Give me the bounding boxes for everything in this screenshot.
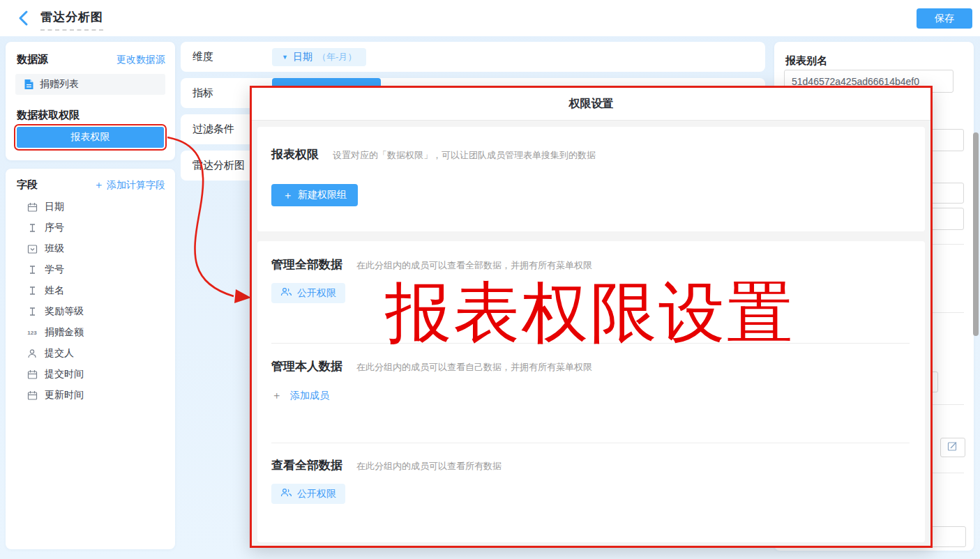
field-label: 学号	[45, 263, 64, 276]
fields-label: 字段	[17, 178, 38, 192]
modal-header: 权限设置	[252, 88, 930, 121]
field-item[interactable]: 123 捐赠金额	[6, 322, 175, 343]
add-calc-field-label: 添加计算字段	[107, 179, 165, 192]
people-icon	[280, 287, 292, 299]
report-permission-card: 报表权限 设置对应的「数据权限」，可以让团队成员管理表单搜集到的数据 ＋ 新建权…	[257, 127, 925, 231]
group-title: 查看全部数据	[271, 457, 342, 473]
field-item[interactable]: 提交人	[6, 343, 175, 364]
caret-down-icon: ▼	[282, 54, 288, 61]
report-permission-title: 报表权限	[271, 146, 319, 162]
field-label: 序号	[45, 222, 64, 234]
access-permission-label: 数据获取权限	[17, 109, 80, 122]
add-calc-field-link[interactable]: ＋ 添加计算字段	[93, 178, 165, 192]
field-label: 提交时间	[45, 368, 84, 381]
field-label: 日期	[45, 201, 64, 213]
add-member-label: 添加成员	[290, 390, 329, 402]
group-title: 管理全部数据	[271, 256, 342, 273]
field-item[interactable]: 学号	[6, 259, 175, 280]
public-permission-button[interactable]: 公开权限	[271, 484, 345, 504]
calendar-icon	[27, 390, 38, 401]
field-label: 班级	[45, 243, 64, 255]
calendar-icon	[27, 369, 38, 380]
dimension-tag-suffix: （年-月）	[317, 51, 356, 63]
datasource-label: 数据源	[17, 53, 48, 66]
field-item[interactable]: 奖励等级	[6, 301, 175, 322]
group-title: 管理本人数据	[271, 358, 342, 374]
calendar-icon	[27, 201, 38, 213]
pencil-icon	[947, 441, 958, 454]
metric-label: 指标	[193, 86, 213, 100]
text-icon	[27, 264, 38, 275]
modal-title: 权限设置	[569, 97, 614, 112]
group-desc: 在此分组内的成员可以查看自己数据，并拥有所有菜单权限	[356, 361, 592, 374]
text-icon	[27, 222, 38, 233]
select-icon	[27, 243, 38, 254]
new-permission-group-button[interactable]: ＋ 新建权限组	[271, 184, 358, 206]
add-member-link[interactable]: ＋ 添加成员	[271, 389, 329, 402]
field-item[interactable]: 日期	[6, 197, 175, 217]
field-label: 更新时间	[45, 389, 84, 401]
field-item[interactable]: 姓名	[6, 280, 175, 301]
people-icon	[280, 488, 292, 500]
datasource-item-label: 捐赠列表	[40, 78, 79, 91]
change-datasource-link[interactable]: 更改数据源	[116, 54, 165, 66]
scrollbar[interactable]	[973, 132, 979, 336]
divider	[271, 343, 910, 344]
text-icon	[27, 285, 38, 296]
public-permission-button[interactable]: 公开权限	[271, 283, 345, 303]
group-desc: 在此分组内的成员可以查看所有数据	[356, 460, 502, 473]
filter-label: 过滤条件	[193, 123, 234, 136]
fields-panel: 字段 ＋ 添加计算字段 日期 序号 班级 学号 姓名 奖励等级	[6, 169, 175, 549]
edit-button[interactable]	[940, 438, 965, 457]
group-desc: 在此分组内的成员可以查看全部数据，并拥有所有菜单权限	[356, 259, 592, 272]
field-label: 姓名	[45, 284, 64, 297]
plus-icon: ＋	[282, 189, 293, 202]
field-label: 提交人	[45, 347, 74, 360]
dimension-label: 维度	[193, 50, 213, 63]
report-permission-button[interactable]: 报表权限	[17, 127, 164, 148]
dimension-row: 维度 ▼ 日期 （年-月）	[181, 42, 765, 72]
field-item[interactable]: 序号	[6, 217, 175, 238]
dimension-tag[interactable]: ▼ 日期 （年-月）	[272, 48, 366, 66]
dimension-tag-label: 日期	[293, 51, 312, 63]
field-item[interactable]: 提交时间	[6, 364, 175, 385]
chart-type-label: 雷达分析图	[193, 159, 245, 172]
datasource-panel: 数据源 更改数据源 捐赠列表 数据获取权限 报表权限	[6, 42, 175, 160]
divider	[271, 443, 910, 443]
page-title: 雷达分析图	[40, 9, 103, 31]
field-label: 奖励等级	[45, 305, 84, 318]
field-label: 捐赠金额	[45, 326, 84, 339]
public-permission-label: 公开权限	[297, 287, 336, 300]
plus-icon: ＋	[271, 389, 282, 402]
public-permission-label: 公开权限	[297, 488, 336, 500]
permission-groups-card: 管理全部数据 在此分组内的成员可以查看全部数据，并拥有所有菜单权限 公开权限 管…	[257, 241, 925, 542]
report-permission-desc: 设置对应的「数据权限」，可以让团队成员管理表单搜集到的数据	[333, 149, 596, 162]
report-alias-label: 报表别名	[785, 54, 827, 68]
back-icon[interactable]	[17, 10, 32, 26]
permission-settings-modal: 权限设置 报表权限 设置对应的「数据权限」，可以让团队成员管理表单搜集到的数据 …	[250, 86, 933, 548]
number-icon: 123	[27, 327, 38, 338]
text-icon	[27, 306, 38, 317]
new-permission-group-label: 新建权限组	[298, 189, 347, 201]
document-icon	[23, 79, 34, 90]
field-item[interactable]: 班级	[6, 238, 175, 259]
top-bar: 雷达分析图 保存	[0, 0, 980, 36]
person-icon	[27, 348, 38, 359]
datasource-item[interactable]: 捐赠列表	[15, 74, 165, 95]
field-list: 日期 序号 班级 学号 姓名 奖励等级 123 捐赠金额 提交人	[6, 197, 175, 406]
field-item[interactable]: 更新时间	[6, 385, 175, 406]
save-button[interactable]: 保存	[917, 8, 972, 29]
plus-icon: ＋	[93, 178, 104, 192]
